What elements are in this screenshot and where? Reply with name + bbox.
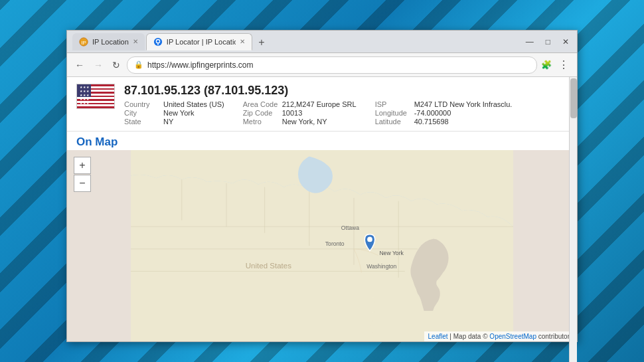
latitude-label: Latitude bbox=[375, 118, 412, 126]
ip-info-column: 87.101.95.123 (87.101.95.123) Country Un… bbox=[124, 84, 512, 126]
city-value: New York bbox=[163, 109, 194, 117]
longitude-value: -74.000000 bbox=[414, 109, 451, 117]
browser-window: IP IP Location ✕ IP Locator | IP Locatio… bbox=[66, 30, 578, 342]
forward-button[interactable]: → bbox=[91, 58, 106, 72]
city-label: City bbox=[124, 109, 161, 117]
title-bar: IP IP Location ✕ IP Locator | IP Locatio… bbox=[67, 31, 577, 53]
minimize-button[interactable]: — bbox=[523, 36, 536, 48]
leaflet-link[interactable]: Leaflet bbox=[428, 333, 448, 340]
tab-close-ip-location[interactable]: ✕ bbox=[133, 38, 138, 45]
isp-label: ISP bbox=[375, 100, 412, 108]
address-bar: ← → ↻ 🔒 https://www.ipfingerprints.com 🧩… bbox=[67, 53, 577, 77]
osm-link[interactable]: OpenStreetMap bbox=[489, 333, 536, 340]
isp-field: ISP M247 LTD New York Infrasclu. bbox=[375, 100, 513, 108]
area-code-value: 212,M247 Europe SRL bbox=[282, 100, 357, 108]
svg-point-25 bbox=[367, 237, 372, 242]
tab-favicon-ip-location: IP bbox=[79, 37, 88, 46]
metro-field: Metro New York, NY bbox=[243, 118, 357, 126]
map-footer: Leaflet | Map data © OpenStreetMap contr… bbox=[424, 331, 577, 341]
zip-value: 10013 bbox=[282, 109, 303, 117]
zoom-out-button[interactable]: − bbox=[74, 175, 91, 192]
area-code-field: Area Code 212,M247 Europe SRL bbox=[243, 100, 357, 108]
tab-ip-locator[interactable]: IP Locator | IP Location Finder | L... ✕ bbox=[146, 33, 252, 50]
zoom-controls: + − bbox=[74, 157, 91, 192]
svg-text:United States: United States bbox=[246, 262, 291, 270]
metro-label: Metro bbox=[243, 118, 280, 126]
state-field: State NY bbox=[124, 118, 224, 126]
country-value: United States (US) bbox=[163, 100, 224, 108]
tab-label-ip-location: IP Location bbox=[92, 38, 129, 46]
country-field: Country United States (US) bbox=[124, 100, 224, 108]
page-content: ★★★★★ ★★★★★ ★★★★★ 87.101.95.123 (87.101.… bbox=[67, 77, 577, 341]
map-svg: Ottawa Toronto New York Washington Unite… bbox=[67, 150, 577, 341]
country-flag: ★★★★★ ★★★★★ ★★★★★ bbox=[76, 84, 115, 109]
country-label: Country bbox=[124, 100, 161, 108]
svg-text:Ottawa: Ottawa bbox=[341, 225, 360, 231]
isp-value: M247 LTD New York Infrasclu. bbox=[414, 100, 513, 108]
lock-icon: 🔒 bbox=[134, 60, 143, 69]
zip-field: Zip Code 10013 bbox=[243, 109, 357, 117]
maximize-button[interactable]: □ bbox=[543, 36, 553, 48]
ip-details-row: Country United States (US) City New York… bbox=[124, 100, 512, 126]
zoom-in-button[interactable]: + bbox=[74, 157, 91, 174]
on-map-label: On Map bbox=[67, 132, 577, 150]
longitude-label: Longitude bbox=[375, 109, 412, 117]
tab-label-ip-locator: IP Locator | IP Location Finder | L... bbox=[167, 38, 236, 46]
svg-text:IP: IP bbox=[81, 39, 86, 45]
svg-text:Washington: Washington bbox=[366, 263, 396, 270]
area-code-label: Area Code bbox=[243, 100, 280, 108]
scrollbar-thumb[interactable] bbox=[570, 78, 577, 118]
ip-col-2: Area Code 212,M247 Europe SRL Zip Code 1… bbox=[243, 100, 357, 126]
city-field: City New York bbox=[124, 109, 224, 117]
ip-header: ★★★★★ ★★★★★ ★★★★★ 87.101.95.123 (87.101.… bbox=[67, 77, 577, 132]
state-label: State bbox=[124, 118, 161, 126]
contributors-text: contributors bbox=[538, 333, 573, 340]
map-data-text: | Map data © bbox=[449, 333, 487, 340]
url-input-box[interactable]: 🔒 https://www.ipfingerprints.com bbox=[127, 56, 537, 74]
tab-close-ip-locator[interactable]: ✕ bbox=[240, 38, 245, 45]
extensions-icon[interactable]: 🧩 bbox=[541, 60, 552, 70]
latitude-field: Latitude 40.715698 bbox=[375, 118, 513, 126]
map-area: Ottawa Toronto New York Washington Unite… bbox=[67, 150, 577, 341]
window-controls: — □ ✕ bbox=[523, 36, 572, 48]
latitude-value: 40.715698 bbox=[414, 118, 449, 126]
zip-label: Zip Code bbox=[243, 109, 280, 117]
ip-address-title: 87.101.95.123 (87.101.95.123) bbox=[124, 84, 512, 98]
longitude-field: Longitude -74.000000 bbox=[375, 109, 513, 117]
url-text: https://www.ipfingerprints.com bbox=[147, 60, 530, 70]
metro-value: New York, NY bbox=[282, 118, 327, 126]
svg-text:New York: New York bbox=[379, 250, 404, 256]
scrollbar[interactable] bbox=[569, 77, 577, 362]
back-button[interactable]: ← bbox=[72, 58, 87, 72]
state-value: NY bbox=[163, 118, 173, 126]
ip-col-3: ISP M247 LTD New York Infrasclu. Longitu… bbox=[375, 100, 513, 126]
tab-ip-location[interactable]: IP IP Location ✕ bbox=[72, 33, 145, 50]
menu-button[interactable]: ⋮ bbox=[556, 58, 572, 71]
svg-text:Toronto: Toronto bbox=[325, 240, 345, 247]
tab-favicon-ip-locator bbox=[153, 37, 163, 46]
refresh-button[interactable]: ↻ bbox=[110, 58, 123, 72]
ip-col-1: Country United States (US) City New York… bbox=[124, 100, 224, 126]
tabs-bar: IP IP Location ✕ IP Locator | IP Locatio… bbox=[72, 33, 521, 50]
close-button[interactable]: ✕ bbox=[560, 36, 572, 48]
new-tab-button[interactable]: + bbox=[254, 35, 270, 50]
